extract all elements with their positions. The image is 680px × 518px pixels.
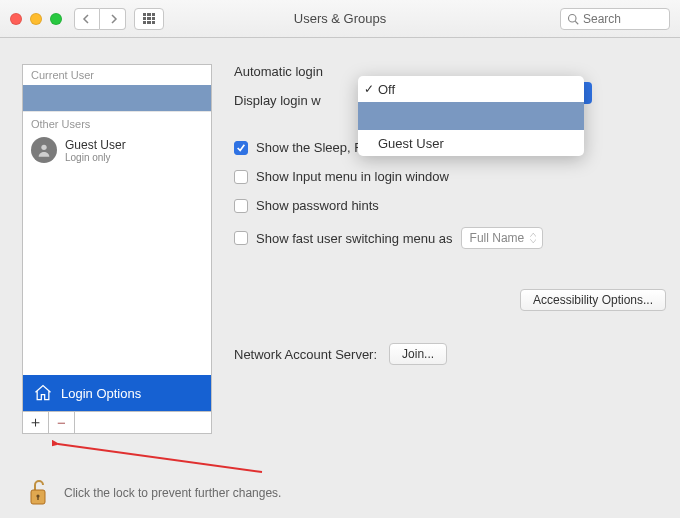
search-icon (567, 13, 579, 25)
svg-rect-5 (37, 496, 38, 500)
back-button[interactable] (74, 8, 100, 30)
svg-point-2 (41, 145, 46, 150)
home-icon (33, 383, 53, 403)
join-button[interactable]: Join... (389, 343, 447, 365)
svg-point-0 (569, 14, 577, 22)
svg-line-1 (575, 21, 578, 24)
dropdown-item-off[interactable]: Off (358, 76, 584, 102)
add-remove-bar: ＋ − (23, 411, 211, 433)
annotation-arrow (52, 440, 272, 480)
auto-login-label: Automatic login (234, 64, 323, 79)
lock-icon[interactable] (26, 478, 50, 508)
traffic-lights (10, 13, 62, 25)
lock-footer: Click the lock to prevent further change… (26, 478, 281, 508)
lock-text: Click the lock to prevent further change… (64, 486, 281, 500)
sleep-checkbox[interactable] (234, 141, 248, 155)
fast-switch-checkbox[interactable] (234, 231, 248, 245)
login-options-row[interactable]: Login Options (23, 375, 211, 411)
current-user-row[interactable] (23, 85, 211, 111)
fast-switch-label: Show fast user switching menu as (256, 231, 453, 246)
zoom-icon[interactable] (50, 13, 62, 25)
search-input[interactable] (583, 12, 663, 26)
pw-hints-checkbox[interactable] (234, 199, 248, 213)
other-users-header: Other Users (23, 111, 211, 133)
login-options-label: Login Options (61, 386, 141, 401)
input-menu-label: Show Input menu in login window (256, 169, 449, 184)
search-field[interactable] (560, 8, 670, 30)
current-user-header: Current User (23, 65, 211, 85)
add-user-button[interactable]: ＋ (23, 412, 49, 433)
display-login-label: Display login w (234, 93, 321, 108)
grid-icon (143, 13, 155, 25)
titlebar: Users & Groups (0, 0, 680, 38)
dropdown-item-hover[interactable] (358, 102, 584, 130)
guest-user-name: Guest User (65, 138, 126, 152)
close-icon[interactable] (10, 13, 22, 25)
users-sidebar: Current User Other Users Guest User Logi… (22, 64, 212, 434)
network-server-label: Network Account Server: (234, 347, 377, 362)
input-menu-checkbox[interactable] (234, 170, 248, 184)
dropdown-item-guest[interactable]: Guest User (358, 130, 584, 156)
svg-line-6 (58, 444, 262, 472)
minimize-icon[interactable] (30, 13, 42, 25)
remove-user-button[interactable]: − (49, 412, 75, 433)
guest-user-sub: Login only (65, 152, 126, 163)
show-all-button[interactable] (134, 8, 164, 30)
nav-buttons (74, 8, 126, 30)
avatar-icon (31, 137, 57, 163)
guest-user-row[interactable]: Guest User Login only (23, 133, 211, 167)
pw-hints-label: Show password hints (256, 198, 379, 213)
fast-switch-select[interactable]: Full Name (461, 227, 544, 249)
auto-login-dropdown[interactable]: Off Guest User (358, 76, 584, 156)
forward-button[interactable] (100, 8, 126, 30)
accessibility-button[interactable]: Accessibility Options... (520, 289, 666, 311)
window-title: Users & Groups (294, 11, 386, 26)
